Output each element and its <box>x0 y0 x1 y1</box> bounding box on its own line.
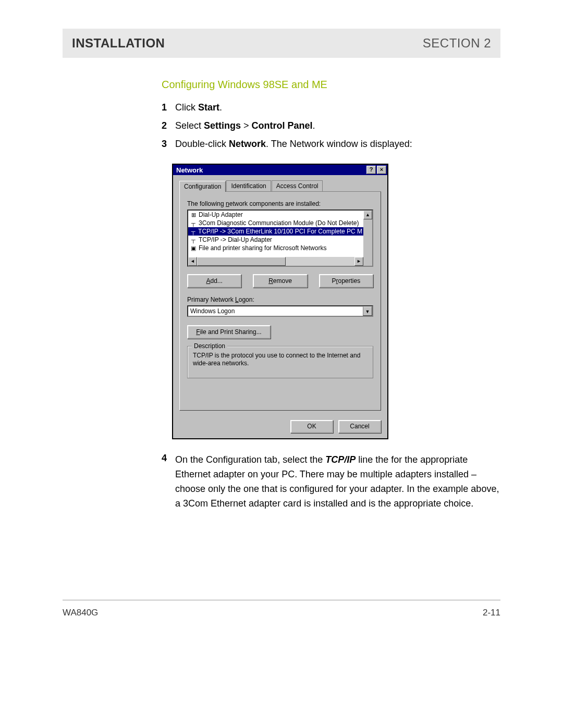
tab-configuration[interactable]: Configuration <box>179 181 226 192</box>
components-listbox[interactable]: ⊞ Dial-Up Adapter ┬ 3Com Diagnostic Comm… <box>187 209 373 267</box>
step-4: 4 On the Configuration tab, select the T… <box>162 453 500 511</box>
step-text: Select Settings > Control Panel. <box>175 118 500 133</box>
tabstrip: Configuration Identification Access Cont… <box>179 180 381 192</box>
adapter-icon: ⊞ <box>189 212 198 218</box>
page-header: INSTALLATION SECTION 2 <box>63 29 500 58</box>
scroll-up-icon[interactable]: ▲ <box>363 211 372 219</box>
file-print-sharing-button[interactable]: File and Print Sharing... <box>187 325 271 339</box>
cancel-button[interactable]: Cancel <box>338 420 381 433</box>
step-number: 4 <box>162 453 175 511</box>
description-text: TCP/IP is the protocol you use to connec… <box>193 352 368 367</box>
scroll-corner <box>363 257 372 266</box>
page-footer: WA840G 2-11 <box>63 608 500 618</box>
remove-button[interactable]: Remove <box>253 274 307 288</box>
add-button[interactable]: Add... <box>187 274 241 288</box>
primary-logon-dropdown[interactable]: Windows Logon ▼ <box>187 305 373 317</box>
vertical-scrollbar[interactable]: ▲ <box>363 211 372 257</box>
dropdown-value: Windows Logon <box>188 306 363 316</box>
subheading: Configuring Windows 98SE and ME <box>162 79 500 91</box>
step-1: 1 Click Start. <box>162 100 500 115</box>
service-icon: ▣ <box>189 245 198 252</box>
list-item-selected[interactable]: ┬ TCP/IP -> 3Com EtherLink 10/100 PCI Fo… <box>188 227 363 236</box>
step-3: 3 Double-click Network. The Network wind… <box>162 137 500 152</box>
footer-page-number: 2-11 <box>483 608 500 618</box>
header-section: SECTION 2 <box>423 36 491 51</box>
titlebar[interactable]: Network ? × <box>173 165 387 175</box>
step-text: Double-click Network. The Network window… <box>175 137 500 152</box>
header-chapter: INSTALLATION <box>72 36 165 51</box>
scroll-thumb[interactable] <box>197 257 286 266</box>
groupbox-legend: Description <box>192 342 227 350</box>
protocol-icon: ┬ <box>189 228 197 235</box>
list-item[interactable]: ⊞ Dial-Up Adapter <box>188 211 363 219</box>
protocol-icon: ┬ <box>189 237 198 243</box>
components-label: The following network components are ins… <box>187 200 373 207</box>
step-text: Click Start. <box>175 100 500 115</box>
close-button[interactable]: × <box>377 166 386 174</box>
properties-button[interactable]: Properties <box>319 274 373 288</box>
description-groupbox: Description TCP/IP is the protocol you u… <box>187 346 373 378</box>
chevron-down-icon[interactable]: ▼ <box>363 306 372 316</box>
step-number: 3 <box>162 137 175 152</box>
help-button[interactable]: ? <box>366 166 376 174</box>
step-number: 1 <box>162 100 175 115</box>
tab-panel-configuration: The following network components are ins… <box>179 192 381 411</box>
protocol-icon: ┬ <box>189 220 198 226</box>
titlebar-title: Network <box>176 166 365 174</box>
tab-access-control[interactable]: Access Control <box>272 180 323 191</box>
scroll-left-icon[interactable]: ◄ <box>188 257 197 266</box>
horizontal-scrollbar[interactable]: ◄ ► <box>188 257 372 266</box>
steps-list: 1 Click Start. 2 Select Settings > Contr… <box>162 100 500 151</box>
list-item[interactable]: ┬ TCP/IP -> Dial-Up Adapter <box>188 236 363 244</box>
scroll-right-icon[interactable]: ► <box>354 257 363 266</box>
list-item[interactable]: ┬ 3Com Diagnostic Communciation Module (… <box>188 219 363 227</box>
footer-rule <box>63 600 500 600</box>
step-number: 2 <box>162 118 175 133</box>
footer-model: WA840G <box>63 608 98 618</box>
step-2: 2 Select Settings > Control Panel. <box>162 118 500 133</box>
tab-identification[interactable]: Identification <box>226 180 271 191</box>
list-item[interactable]: ▣ File and printer sharing for Microsoft… <box>188 244 363 252</box>
ok-button[interactable]: OK <box>290 420 333 433</box>
step-text: On the Configuration tab, select the TCP… <box>175 453 500 511</box>
primary-logon-label: Primary Network Logon: <box>187 296 373 303</box>
network-dialog: Network ? × Configuration Identification… <box>172 164 388 439</box>
